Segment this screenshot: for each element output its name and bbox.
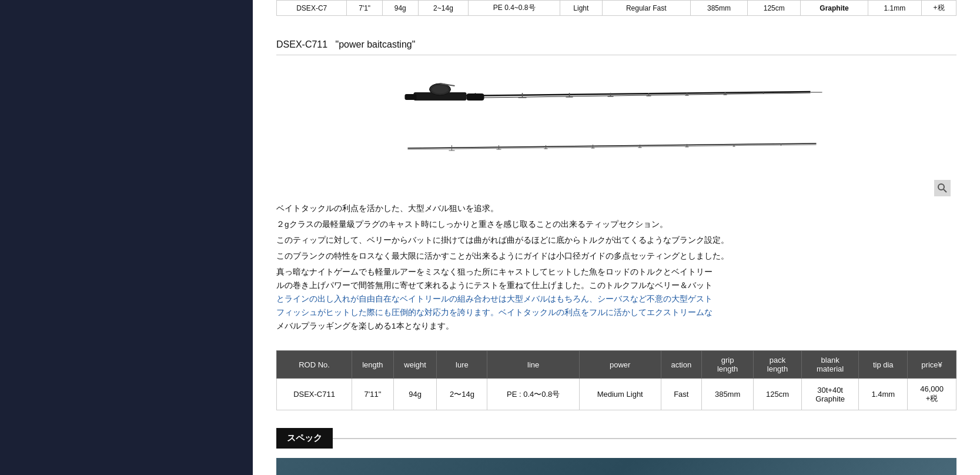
specs-table: ROD No. length weight lure line power ac…: [276, 350, 956, 410]
th-line: line: [487, 351, 580, 379]
top-table-cell-6: Light: [560, 1, 603, 16]
product-model: DSEX-C711: [276, 39, 327, 49]
th-lure: lure: [437, 351, 487, 379]
description-block: ベイトタックルの利点を活かした、大型メバル狙いを追求。 ２gクラスの最軽量級プラ…: [276, 202, 956, 333]
sidebar: [0, 0, 253, 475]
top-table-cell-7: Regular Fast: [602, 1, 690, 16]
desc-para5: 真っ暗なナイトゲームでも軽量ルアーをミスなく狙った所にキャストしてヒットした魚を…: [276, 266, 956, 333]
bottom-image: [276, 458, 956, 475]
th-length: length: [352, 351, 394, 379]
svg-line-25: [408, 145, 817, 149]
zoom-button[interactable]: [934, 180, 951, 196]
section-title-line: [333, 438, 956, 439]
svg-point-41: [938, 184, 944, 190]
top-table-cell-9: 125cm: [748, 1, 801, 16]
td-blank-material: 30t+40tGraphite: [801, 379, 859, 410]
top-table-cell-12: +税: [922, 1, 956, 16]
desc-para3: このティップに対して、ベリーからバットに掛けては曲がれば曲がるほどに底からトルク…: [276, 234, 956, 247]
th-pack-length: packlength: [754, 351, 802, 379]
rod-svg: [276, 67, 956, 202]
main-content: DSEX-C7 7'1" 94g 2~14g PE 0.4~0.8号 Light…: [253, 0, 980, 475]
section-title-badge: スペック: [276, 428, 333, 449]
td-weight: 94g: [393, 379, 437, 410]
top-table-cell-1: DSEX-C7: [277, 1, 347, 16]
td-rod-no: DSEX-C711: [277, 379, 352, 410]
top-table-cell-8: 385mm: [690, 1, 747, 16]
th-power: power: [579, 351, 661, 379]
top-table-cell-11: 1.1mm: [868, 1, 921, 16]
desc-para5-1: 真っ暗なナイトゲームでも軽量ルアーをミスなく狙った所にキャストしてヒットした魚を…: [276, 267, 713, 276]
th-blank-material: blankmaterial: [801, 351, 859, 379]
top-table-strip: DSEX-C7 7'1" 94g 2~14g PE 0.4~0.8号 Light…: [276, 0, 956, 16]
table-row: DSEX-C711 7'11" 94g 2〜14g PE : 0.4〜0.8号 …: [277, 379, 956, 410]
th-tip-dia: tip dia: [859, 351, 908, 379]
th-grip-length: griplength: [702, 351, 754, 379]
top-table-cell-2: 7'1": [347, 1, 382, 16]
svg-line-24: [408, 143, 817, 148]
desc-para5-3: とラインの出し入れが自由自在なベイトリールの組み合わせは大型メバルはもちろん、シ…: [276, 295, 713, 303]
desc-para5-2: ルの巻き上げパワーで間答無用に寄せて来れるようにテストを重ねて仕上げました。この…: [276, 281, 713, 290]
top-table-cell-3: 94g: [382, 1, 418, 16]
td-grip-length: 385mm: [702, 379, 754, 410]
zoom-icon: [937, 183, 948, 193]
td-price: 46,000+税: [908, 379, 956, 410]
desc-para5-4: フィッシュがヒットした際にも圧倒的な対応力を誇ります。ベイトタックルの利点をフル…: [276, 308, 713, 317]
td-action: Fast: [661, 379, 702, 410]
svg-point-20: [432, 85, 449, 93]
desc-para5-5: メバルプラッギングを楽しめる1本となります。: [276, 322, 454, 330]
rod-image-container: [276, 67, 956, 202]
top-table-cell-5: PE 0.4~0.8号: [469, 1, 560, 16]
desc-para2: ２gクラスの最軽量級プラグのキャスト時にしっかりと重さを感じ取ることの出来るティ…: [276, 218, 956, 232]
td-power: Medium Light: [579, 379, 661, 410]
top-table-cell-4: 2~14g: [418, 1, 469, 16]
top-table-cell-10: Graphite: [801, 1, 868, 16]
td-lure: 2〜14g: [437, 379, 487, 410]
svg-line-42: [944, 189, 946, 192]
td-length: 7'11": [352, 379, 394, 410]
desc-para4: このブランクの特性をロスなく最大限に活かすことが出来るようにガイドは小口径ガイド…: [276, 250, 956, 263]
svg-rect-23: [467, 93, 484, 101]
td-tip-dia: 1.4mm: [859, 379, 908, 410]
th-weight: weight: [393, 351, 437, 379]
product-title: DSEX-C711 "power baitcasting": [276, 34, 956, 55]
th-price: price¥: [908, 351, 956, 379]
desc-para1: ベイトタックルの利点を活かした、大型メバル狙いを追求。: [276, 202, 956, 216]
td-line: PE : 0.4〜0.8号: [487, 379, 580, 410]
td-pack-length: 125cm: [754, 379, 802, 410]
svg-rect-22: [405, 94, 417, 100]
section-title-block: スペック: [276, 428, 956, 449]
product-subtitle: "power baitcasting": [336, 39, 416, 49]
th-action: action: [661, 351, 702, 379]
th-rod-no: ROD No.: [277, 351, 352, 379]
